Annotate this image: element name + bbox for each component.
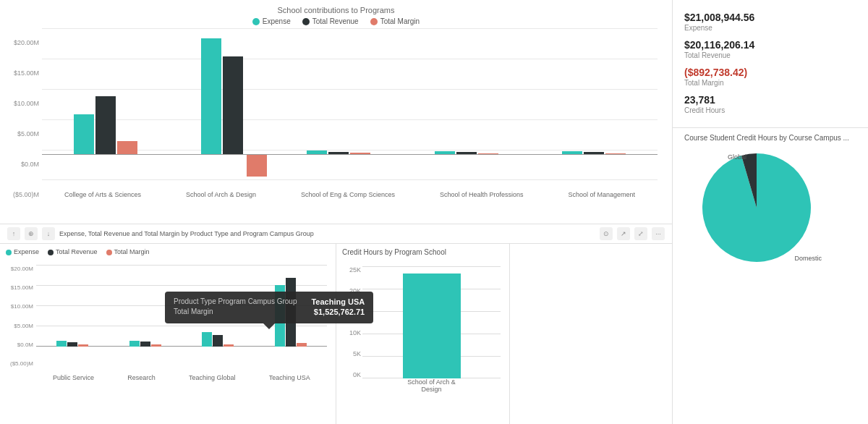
x-label-3: School of Eng & Comp Sciences — [301, 191, 395, 198]
bottom-left-chart: Expense Total Revenue Total Margin ($5.0… — [0, 244, 336, 424]
stat-credit-label: Credit Hours — [684, 106, 856, 114]
y-label-4: $15.00M — [7, 69, 39, 77]
school-arch-label: School of Arch &Design — [407, 378, 456, 393]
mid-y-1: 5K — [342, 350, 361, 357]
filter-icon[interactable]: ⊙ — [600, 227, 613, 240]
bar-expense-1 — [74, 114, 94, 154]
stat-revenue: $20,116,206.14 Total Revenue — [684, 39, 856, 59]
legend-revenue: Total Revenue — [302, 17, 359, 25]
stat-credit: 23,781 Credit Hours — [684, 94, 856, 114]
share-icon[interactable]: ↗ — [617, 227, 630, 240]
pie-label-global: Global — [728, 153, 746, 161]
tooltip-arrow — [263, 323, 275, 329]
global-label: Global — [728, 153, 746, 161]
main-container: School contributions to Programs Expense… — [0, 0, 868, 424]
legend-expense: Expense — [252, 17, 291, 25]
bl-legend-margin: Total Margin — [106, 248, 150, 255]
tooltip-row-1: Product Type Program Campus Group Teachi… — [174, 297, 365, 306]
mid-y-0: 0K — [342, 371, 361, 378]
bl-bar-m2 — [151, 344, 161, 347]
mid-bar[interactable] — [403, 274, 461, 378]
top-chart-title: School contributions to Programs — [7, 6, 665, 14]
bar-revenue-3 — [328, 152, 349, 154]
bottom-row: Expense Total Revenue Total Margin ($5.0… — [0, 244, 672, 424]
tooltip-value-2: $1,525,762.71 — [314, 308, 365, 316]
bl-bar-r3 — [213, 335, 223, 347]
bottom-left-chart-area: ($5.00)M $0.0M $5.00M $10.00M $15.00M $2… — [6, 258, 330, 381]
top-chart-legend: Expense Total Revenue Total Margin — [7, 17, 665, 25]
bar-margin-1 — [117, 141, 137, 154]
bl-bar-e3 — [202, 332, 212, 347]
controls-label: Expense, Total Revenue and Total Margin … — [59, 230, 595, 237]
top-chart: School contributions to Programs Expense… — [0, 0, 672, 224]
bar-expense-5 — [562, 151, 582, 154]
tooltip-label-2: Total Margin — [174, 308, 213, 316]
bl-bar-m1 — [78, 344, 88, 347]
pie-chart-svg — [684, 146, 829, 269]
pie-title: Course Student Credit Hours by Course Ca… — [684, 134, 856, 142]
bottom-left-legend: Expense Total Revenue Total Margin — [6, 248, 330, 255]
domestic-label: Domestic — [794, 255, 822, 262]
neg-margin-group2 — [203, 155, 267, 177]
bl-bar-m3 — [224, 344, 234, 347]
bl-bar-m4 — [297, 343, 307, 347]
right-panel: $21,008,944.56 Expense $20,116,206.14 To… — [673, 0, 868, 424]
bar-revenue-2 — [223, 56, 243, 154]
tooltip-label-1: Product Type Program Campus Group — [174, 297, 297, 306]
left-panel: School contributions to Programs Expense… — [0, 0, 673, 424]
bottom-mid-area: 0K 5K 10K 15K 20K 25K — [342, 259, 503, 393]
bl-y-1: $0.0M — [6, 342, 33, 348]
more-icon[interactable]: ··· — [652, 227, 665, 240]
expand2-icon[interactable]: ⤢ — [634, 227, 647, 240]
mid-x-label: School of Arch &Design — [362, 378, 501, 393]
bl-legend-expense: Expense — [6, 248, 39, 255]
mid-bars-area — [362, 266, 501, 378]
bar-group-4[interactable] — [435, 151, 498, 154]
stat-margin: ($892,738.42) Total Margin — [684, 67, 856, 87]
expand-icon[interactable]: ⊕ — [25, 227, 38, 240]
y-label-0: ($5.00)M — [7, 191, 39, 198]
bl-y-axis: ($5.00)M $0.0M $5.00M $10.00M $15.00M $2… — [6, 266, 33, 367]
x-label-5: School of Management — [568, 191, 635, 198]
top-x-labels: College of Arts & Sciences School of Arc… — [42, 191, 658, 198]
bar-group-3[interactable] — [307, 150, 370, 154]
bl-y-3: $10.00M — [6, 303, 33, 310]
bl-bar-e1 — [56, 341, 67, 347]
top-chart-area: ($5.00)M $0.0M $5.00M $10.00M $15.00M $2… — [7, 28, 665, 198]
bottom-mid-chart: Credit Hours by Program School 0K 5K 10K… — [336, 244, 510, 424]
bl-y-5: $20.00M — [6, 266, 33, 272]
bl-x-1: Public Service — [53, 374, 94, 381]
drill-down-icon[interactable]: ↓ — [42, 227, 55, 240]
bar-group-2[interactable] — [201, 38, 243, 154]
stat-expense: $21,008,944.56 Expense — [684, 12, 856, 32]
neg-bars-area — [42, 155, 658, 179]
bl-y-0: ($5.00)M — [6, 360, 33, 367]
bar-expense-4 — [435, 151, 455, 154]
bar-expense-2 — [201, 38, 221, 154]
bar-revenue-1 — [95, 96, 116, 154]
bl-bar-group-2[interactable] — [129, 341, 161, 347]
bl-bar-r2 — [140, 342, 150, 347]
chart-controls: ↑ ⊕ ↓ Expense, Total Revenue and Total M… — [0, 224, 672, 244]
legend-margin: Total Margin — [370, 17, 420, 25]
stat-revenue-label: Total Revenue — [684, 51, 856, 59]
tooltip-row-2: Total Margin $1,525,762.71 — [174, 308, 365, 316]
bar-group-5[interactable] — [562, 151, 626, 154]
bar-margin-4 — [478, 153, 498, 154]
stat-expense-value: $21,008,944.56 — [684, 12, 856, 23]
bl-bar-group-3[interactable] — [202, 332, 234, 347]
bl-bar-group-1[interactable] — [56, 341, 88, 347]
x-label-4: School of Health Professions — [440, 191, 524, 198]
y-label-2: $5.00M — [7, 130, 39, 137]
tooltip: Product Type Program Campus Group Teachi… — [165, 292, 373, 323]
x-label-1: College of Arts & Sciences — [64, 191, 141, 198]
bar-group-1[interactable] — [74, 96, 137, 154]
bl-x-labels: Public Service Research Teaching Global … — [36, 374, 327, 381]
bar-revenue-5 — [584, 152, 604, 154]
pie-container[interactable]: Global Domestic — [684, 146, 829, 276]
drill-up-icon[interactable]: ↑ — [7, 227, 20, 240]
bl-bar-e2 — [129, 341, 140, 347]
bar-revenue-4 — [456, 152, 477, 154]
stat-credit-value: 23,781 — [684, 94, 856, 106]
bar-margin-5 — [605, 153, 626, 154]
